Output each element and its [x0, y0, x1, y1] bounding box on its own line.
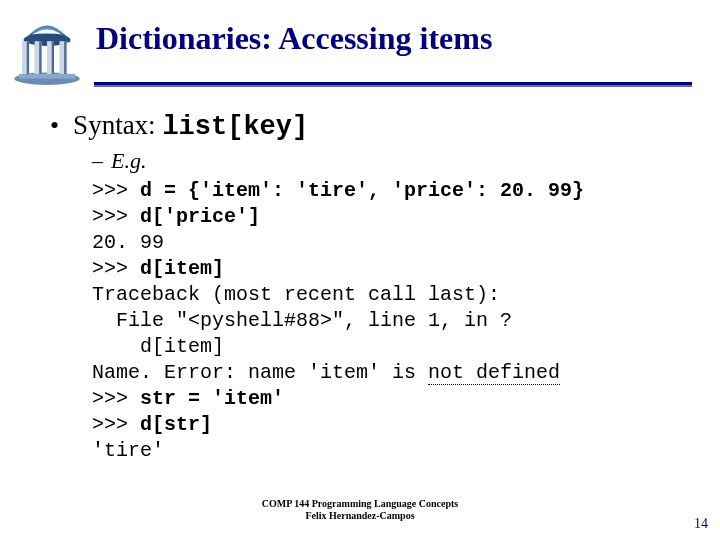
svg-rect-9	[64, 41, 66, 75]
svg-rect-3	[27, 41, 29, 75]
svg-rect-7	[52, 41, 54, 75]
page-number: 14	[694, 516, 708, 532]
code-l6: File "<pyshell#88>", line 1, in ?	[92, 309, 512, 332]
code-l10: d[str]	[140, 413, 212, 436]
title-rule	[94, 82, 692, 87]
svg-rect-5	[39, 41, 41, 75]
code-l4: d[item]	[140, 257, 224, 280]
slide-title: Dictionaries: Accessing items	[96, 20, 492, 57]
code-l5: Traceback (most recent call last):	[92, 283, 500, 306]
syntax-text: Syntax: list[key]	[73, 110, 308, 142]
code-l4-prompt: >>>	[92, 257, 140, 280]
bullet-icon: •	[50, 113, 59, 139]
code-l10-prompt: >>>	[92, 413, 140, 436]
syntax-label: Syntax:	[73, 110, 162, 140]
eg-line: – E.g.	[92, 148, 680, 174]
code-l8a: Name. Error: name 'item' is	[92, 361, 428, 384]
svg-rect-10	[19, 74, 75, 79]
eg-label: E.g.	[111, 148, 146, 174]
footer: COMP 144 Programming Language Concepts F…	[0, 498, 720, 522]
syntax-code: list[key]	[162, 112, 308, 142]
code-l7: d[item]	[92, 335, 224, 358]
code-l3: 20. 99	[92, 231, 164, 254]
code-l2-prompt: >>>	[92, 205, 140, 228]
syntax-line: • Syntax: list[key]	[50, 110, 680, 142]
content-area: • Syntax: list[key] – E.g. >>> d = {'ite…	[50, 110, 680, 464]
footer-author: Felix Hernandez-Campos	[0, 510, 720, 522]
code-l9: str = 'item'	[140, 387, 284, 410]
footer-course: COMP 144 Programming Language Concepts	[0, 498, 720, 510]
dash-icon: –	[92, 148, 103, 174]
code-l1-prompt: >>>	[92, 179, 140, 202]
well-logo	[8, 10, 86, 88]
code-l9-prompt: >>>	[92, 387, 140, 410]
code-l2: d['price']	[140, 205, 260, 228]
code-l1: d = {'item': 'tire', 'price': 20. 99}	[140, 179, 584, 202]
code-l11: 'tire'	[92, 439, 164, 462]
code-block: >>> d = {'item': 'tire', 'price': 20. 99…	[92, 178, 680, 464]
code-l8b: not defined	[428, 361, 560, 385]
header: Dictionaries: Accessing items	[0, 0, 720, 88]
